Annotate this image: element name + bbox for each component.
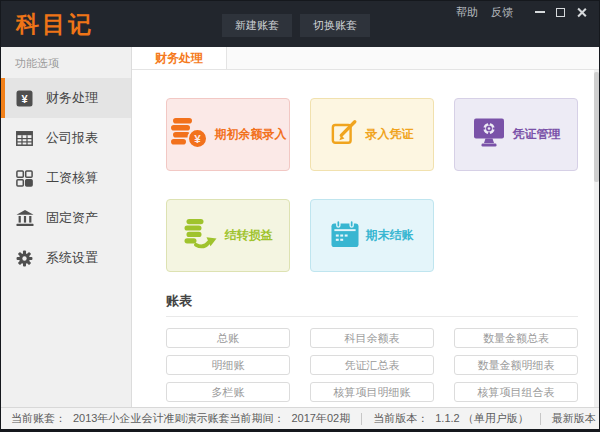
card-label: 录入凭证	[366, 126, 414, 143]
report-button-item-combination[interactable]: 核算项目组合表	[454, 382, 578, 402]
calendar-icon	[331, 220, 359, 252]
card-carry-forward[interactable]: 结转损益	[166, 199, 290, 272]
svg-text:¥: ¥	[21, 92, 28, 104]
statusbar-right: 当前期间： 2017年02期 当前版本： 1.1.2 （单用户版） 最新版本： …	[229, 411, 600, 426]
reports-grid: 总账 科目余额表 数量金额总表 明细账 凭证汇总表 数量金额明细表 多栏账 核算…	[166, 328, 578, 402]
maximize-button[interactable]	[553, 5, 568, 20]
sidebar-item-label: 财务处理	[46, 89, 98, 107]
status-divider	[361, 413, 362, 425]
report-button-voucher-summary[interactable]: 凭证汇总表	[310, 355, 434, 375]
sidebar-item-finance[interactable]: ¥ 财务处理	[1, 78, 131, 118]
payroll-blocks-icon	[15, 170, 34, 187]
reports-section: 账表 总账 科目余额表 数量金额总表 明细账 凭证汇总表 数量金额明细表 多栏账…	[166, 292, 578, 402]
monitor-gear-icon	[472, 118, 506, 151]
tab-finance[interactable]: 财务处理	[132, 47, 227, 69]
coins-arrow-icon	[184, 219, 218, 253]
window-body: 功能选项 ¥ 财务处理 公司报表 工资核算	[1, 47, 599, 407]
status-period-value: 2017年02期	[291, 411, 350, 426]
titlebar-buttons: 新建账套 切换账套	[222, 14, 370, 37]
report-button-quantity-amount-detail[interactable]: 数量金额明细表	[454, 355, 578, 375]
card-label: 结转损益	[225, 227, 273, 244]
tab-bar: 财务处理	[132, 47, 599, 70]
status-divider	[540, 413, 541, 425]
status-period-label: 当前期间：	[229, 411, 284, 426]
card-enter-voucher[interactable]: 录入凭证	[310, 98, 434, 171]
gear-icon	[15, 250, 34, 267]
sidebar-item-label: 公司报表	[46, 129, 98, 147]
scrollbar[interactable]	[594, 70, 599, 407]
card-period-closing[interactable]: 期末结账	[310, 199, 434, 272]
coins-yuan-icon: ¥	[170, 117, 208, 153]
report-button-general-ledger[interactable]: 总账	[166, 328, 290, 348]
card-label: 期初余额录入	[215, 126, 287, 143]
sidebar: 功能选项 ¥ 财务处理 公司报表 工资核算	[1, 47, 132, 407]
status-current-period: 当前期间： 2017年02期	[229, 411, 350, 426]
edit-note-icon	[331, 119, 359, 151]
yuan-money-icon: ¥	[15, 90, 34, 107]
app-window: 科目记 新建账套 切换账套 帮助 反馈 功能选项 ¥ 财务处理	[0, 0, 600, 432]
titlebar: 科目记 新建账套 切换账套 帮助 反馈	[1, 1, 599, 47]
report-button-multi-column-ledger[interactable]: 多栏账	[166, 382, 290, 402]
svg-text:¥: ¥	[194, 133, 201, 145]
minimize-button[interactable]	[532, 5, 547, 20]
sidebar-item-label: 系统设置	[46, 249, 98, 267]
card-voucher-management[interactable]: 凭证管理	[454, 98, 578, 171]
sidebar-section-label: 功能选项	[1, 47, 131, 78]
sidebar-item-label: 工资核算	[46, 169, 98, 187]
main-content: ¥ 期初余额录入 录入凭证 凭证管理	[132, 70, 599, 407]
sidebar-item-payroll[interactable]: 工资核算	[1, 158, 131, 198]
report-button-quantity-amount-summary[interactable]: 数量金额总表	[454, 328, 578, 348]
status-version-label: 当前版本：	[373, 411, 428, 426]
main-area: 财务处理 ¥ 期初余额录入 录入凭证	[132, 47, 599, 407]
status-latest-label: 最新版本：	[552, 411, 600, 426]
status-version-value: 1.1.2 （单用户版）	[435, 411, 529, 426]
maximize-icon	[556, 8, 565, 17]
report-table-icon	[15, 131, 34, 146]
status-current-version: 当前版本： 1.1.2 （单用户版）	[373, 411, 529, 426]
status-account-value: 2013年小企业会计准则演示账套	[73, 411, 229, 426]
report-button-item-detail-ledger[interactable]: 核算项目明细账	[310, 382, 434, 402]
minimize-icon	[535, 11, 545, 13]
sidebar-item-reports[interactable]: 公司报表	[1, 118, 131, 158]
reports-section-title: 账表	[166, 292, 578, 317]
sidebar-item-label: 固定资产	[46, 209, 98, 227]
sidebar-item-fixed-assets[interactable]: 固定资产	[1, 198, 131, 238]
titlebar-right: 帮助 反馈	[456, 4, 589, 20]
card-opening-balance[interactable]: ¥ 期初余额录入	[166, 98, 290, 171]
help-link[interactable]: 帮助	[456, 5, 478, 20]
status-account-label: 当前账套：	[11, 411, 66, 426]
sidebar-item-settings[interactable]: 系统设置	[1, 238, 131, 278]
statusbar: 当前账套： 2013年小企业会计准则演示账套 当前期间： 2017年02期 当前…	[1, 407, 599, 429]
scrollbar-thumb[interactable]	[594, 72, 599, 182]
card-label: 期末结账	[366, 227, 414, 244]
feedback-link[interactable]: 反馈	[491, 5, 513, 20]
report-button-detail-ledger[interactable]: 明细账	[166, 355, 290, 375]
app-logo: 科目记	[16, 9, 94, 40]
status-current-account: 当前账套： 2013年小企业会计准则演示账套	[11, 411, 229, 426]
card-label: 凭证管理	[513, 126, 561, 143]
status-latest-version: 最新版本： 1.1.2	[552, 411, 600, 426]
report-button-account-balance[interactable]: 科目余额表	[310, 328, 434, 348]
new-account-button[interactable]: 新建账套	[222, 14, 292, 37]
close-button[interactable]	[574, 5, 589, 20]
close-icon	[576, 7, 587, 18]
function-cards: ¥ 期初余额录入 录入凭证 凭证管理	[166, 98, 578, 272]
switch-account-button[interactable]: 切换账套	[300, 14, 370, 37]
bank-building-icon	[15, 210, 34, 226]
